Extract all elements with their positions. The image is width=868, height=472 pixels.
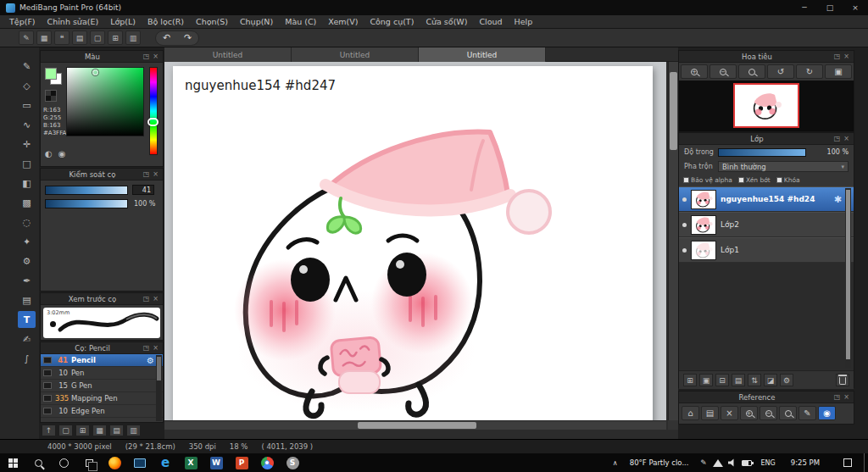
toolbar-grid-icon[interactable]: ▦ — [36, 31, 52, 45]
layer-scrollbar[interactable] — [845, 188, 851, 368]
visibility-icon[interactable] — [682, 197, 687, 202]
close-icon[interactable]: × — [842, 52, 851, 61]
layer-scroll-thumb[interactable] — [846, 190, 850, 359]
lock-checkbox[interactable]: Khóa — [776, 176, 800, 184]
taskbar-excel[interactable]: X — [178, 453, 203, 472]
popout-icon[interactable]: ◳ — [832, 52, 842, 61]
hue-slider[interactable] — [149, 67, 158, 155]
upload-icon[interactable]: ↑ — [42, 425, 56, 436]
layer-row[interactable]: Lớp2 — [679, 212, 854, 237]
close-icon[interactable]: × — [842, 392, 851, 402]
task-view-button[interactable] — [76, 453, 102, 472]
hscroll-thumb[interactable] — [358, 422, 476, 429]
materials-icon[interactable]: ▥ — [126, 425, 141, 436]
taskbar-word[interactable]: W — [203, 453, 229, 472]
taskbar-edge[interactable]: e — [153, 453, 178, 472]
operation-tool-icon[interactable]: ⚙ — [18, 253, 36, 269]
zoom-out-button[interactable]: − — [709, 64, 737, 79]
canvas-viewport[interactable]: nguyenhue154 #hd247 — [164, 62, 666, 430]
new-layer-icon[interactable]: ⊞ — [683, 374, 697, 386]
pen-tool-icon[interactable]: ✎ — [18, 58, 36, 75]
toolbar-add-icon[interactable]: ⊞ — [108, 31, 123, 45]
menu-file[interactable]: Tệp(F) — [3, 15, 42, 28]
pen-tray-button[interactable]: ✎ — [697, 453, 711, 472]
layer-folder-icon[interactable]: ▤ — [732, 374, 745, 386]
eyedropper-tool-icon[interactable]: ✒ — [18, 272, 36, 289]
curve-tool-icon[interactable]: ∫ — [18, 350, 36, 367]
menu-filter[interactable]: Bộ lọc(R) — [142, 15, 190, 28]
zoom-in-button[interactable]: + — [740, 406, 758, 420]
cortana-button[interactable] — [51, 453, 76, 472]
close-icon[interactable]: × — [151, 294, 160, 303]
maximize-button[interactable]: □ — [817, 0, 843, 15]
shape-tool-icon[interactable]: □ — [18, 155, 36, 172]
brush-item-edge-pen[interactable]: 10 Edge Pen — [41, 405, 163, 418]
layer-row[interactable]: Lớp1 — [679, 237, 854, 263]
navigator-view-rect[interactable] — [733, 83, 799, 128]
alpha-lock-checkbox[interactable]: Bảo vệ alpha — [683, 176, 732, 184]
duplicate-layer-icon[interactable]: ▣ — [699, 374, 713, 386]
toolbar-panel-icon[interactable]: ▤ — [72, 31, 87, 45]
gradient-tool-icon[interactable]: ▩ — [18, 194, 36, 211]
rotate-right-button[interactable]: ↻ — [796, 64, 823, 79]
canvas-hscrollbar[interactable] — [164, 420, 666, 430]
zoom-in-button[interactable]: + — [681, 64, 708, 79]
menu-layer[interactable]: Lớp(L) — [104, 15, 142, 28]
close-icon[interactable]: × — [151, 52, 160, 61]
pen2-tool-icon[interactable]: ✍ — [18, 330, 36, 347]
popout-icon[interactable]: ◳ — [142, 169, 151, 179]
eraser-tool-icon[interactable]: ◇ — [18, 77, 36, 94]
fill-tool-icon[interactable]: ◧ — [18, 175, 36, 192]
brush-list-scrollbar[interactable] — [156, 355, 162, 421]
fit-view-button[interactable]: ▣ — [825, 64, 852, 79]
color-wheel-icon[interactable]: ◉ — [58, 149, 66, 158]
clipping-icon[interactable]: ◪ — [764, 374, 777, 386]
toolbar-comment-icon[interactable]: ❝ — [54, 31, 70, 45]
menu-help[interactable]: Help — [509, 15, 539, 28]
close-button[interactable]: × — [843, 0, 868, 15]
taskbar-clock[interactable]: 9:25 PM — [782, 458, 828, 467]
home-icon[interactable]: ⌂ — [682, 406, 699, 420]
delete-layer-button[interactable] — [836, 374, 849, 386]
tab-untitled-2[interactable]: Untitled — [292, 47, 419, 62]
visibility-icon[interactable] — [682, 223, 687, 227]
network-button[interactable] — [711, 453, 726, 472]
layer-opacity-slider[interactable] — [718, 148, 806, 157]
clipping-checkbox[interactable]: Xén bớt — [738, 176, 771, 184]
new-page-icon[interactable]: ▢ — [58, 425, 73, 436]
taskbar-desktop[interactable] — [127, 453, 153, 472]
merge-down-icon[interactable]: ⊟ — [715, 374, 729, 386]
start-button[interactable] — [0, 453, 25, 472]
menu-view[interactable]: Xem(V) — [322, 15, 364, 28]
visibility-icon[interactable] — [682, 248, 687, 253]
taskbar-skype[interactable]: S — [280, 453, 305, 472]
close-icon[interactable]: × — [151, 169, 160, 179]
add-page-icon[interactable]: ⊞ — [75, 425, 90, 436]
saturation-value-picker[interactable] — [66, 67, 144, 136]
minimize-button[interactable]: ─ — [792, 0, 817, 15]
marquee-tool-icon[interactable]: ▭ — [18, 97, 36, 114]
zoom-reset-button[interactable] — [738, 64, 765, 79]
menu-edit[interactable]: Chỉnh sửa(E) — [42, 15, 105, 28]
close-icon[interactable]: × — [842, 134, 851, 143]
brush-item-pencil[interactable]: 41 Pencil ⚙ — [41, 354, 163, 367]
weather-widget[interactable]: 80°F Partly clo... — [622, 458, 697, 467]
pencil-icon[interactable]: ✎ — [798, 406, 816, 420]
tab-untitled-3[interactable]: Untitled — [419, 47, 546, 62]
popout-icon[interactable]: ◳ — [142, 294, 151, 303]
divide-tool-icon[interactable]: ▤ — [18, 292, 36, 308]
volume-button[interactable] — [726, 453, 740, 472]
popout-icon[interactable]: ◳ — [832, 392, 842, 402]
navigator-preview-area[interactable] — [679, 81, 854, 131]
brush-item-gpen[interactable]: 15 G Pen — [41, 380, 163, 392]
hidden-icons-chevron[interactable]: ∧ — [609, 459, 622, 467]
grid-icon[interactable]: ▦ — [92, 425, 107, 436]
layer-row-active[interactable]: nguyenhue154 #hd24 ✱ — [679, 186, 854, 212]
canvas-vscrollbar[interactable] — [668, 62, 678, 430]
transparent-swatch[interactable] — [45, 90, 57, 102]
zoom-out-button[interactable]: − — [760, 406, 777, 420]
undo-button[interactable]: ↶ — [156, 31, 177, 45]
toolbar-brush-icon[interactable]: ✎ — [19, 31, 34, 45]
text-tool-icon[interactable]: T — [18, 311, 36, 328]
layer-settings-icon[interactable]: ⚙ — [780, 374, 793, 386]
